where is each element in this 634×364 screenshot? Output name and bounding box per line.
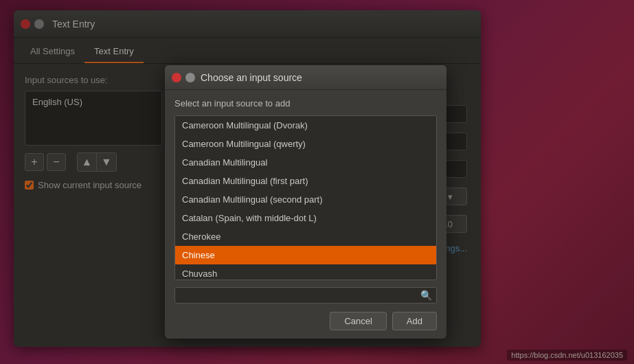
modal-buttons: Cancel Add [174, 312, 437, 330]
input-source-list[interactable]: Cameroon Multilingual (Dvorak) Cameroon … [174, 115, 437, 280]
modal-body: Select an input source to add Cameroon M… [165, 90, 446, 339]
modal-window-controls [172, 73, 195, 82]
search-input[interactable] [179, 291, 420, 301]
list-item[interactable]: Chuvash [175, 264, 436, 280]
list-item[interactable]: Cameroon Multilingual (Dvorak) [175, 116, 436, 135]
modal-pin-button[interactable] [185, 73, 195, 82]
list-item[interactable]: Canadian Multilingual [175, 153, 436, 172]
modal-close-button[interactable] [172, 73, 181, 82]
list-item[interactable]: Cameroon Multilingual (qwerty) [175, 135, 436, 153]
search-icon: 🔍 [420, 290, 432, 301]
modal-subtitle: Select an input source to add [174, 98, 437, 109]
list-item[interactable]: Catalan (Spain, with middle-dot L) [175, 209, 436, 227]
modal-title: Choose an input source [201, 72, 302, 83]
add-button[interactable]: Add [392, 312, 437, 330]
list-item[interactable]: Canadian Multilingual (first part) [175, 172, 436, 190]
modal-title-bar: Choose an input source [165, 65, 446, 90]
modal-dialog: Choose an input source Select an input s… [165, 65, 446, 339]
list-item-selected[interactable]: Chinese [175, 246, 436, 264]
cancel-button[interactable]: Cancel [330, 312, 386, 330]
search-row: 🔍 [174, 287, 437, 304]
list-item[interactable]: Canadian Multilingual (second part) [175, 190, 436, 209]
list-item[interactable]: Cherokee [175, 227, 436, 246]
